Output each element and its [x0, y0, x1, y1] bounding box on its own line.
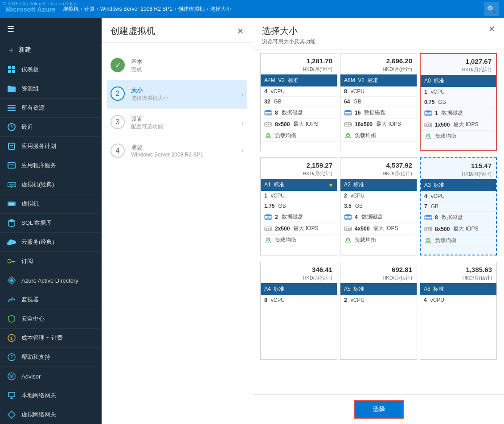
sidebar-item-subscription[interactable]: 订阅	[0, 252, 102, 271]
new-button[interactable]: ＋ 新建	[0, 40, 102, 60]
vm-grid: 1,281.70HKD/月(估计) A4M_V2 标准 4 vCPU 32 GB…	[260, 53, 497, 360]
svg-point-44	[265, 113, 272, 115]
step-2-number: 2	[111, 86, 125, 101]
disk-icon-a2	[344, 214, 352, 220]
vm-iops-row-a1: 2x500 最大 IOPS	[261, 223, 337, 235]
bc-4[interactable]: 创建虚拟机	[178, 5, 205, 13]
svg-rect-20	[9, 203, 14, 205]
vm-card-a6[interactable]: 1,385.63HKD/月(估计) A6 标准 4 vCPU	[420, 262, 497, 360]
local-gw-icon	[7, 391, 16, 400]
svg-rect-14	[9, 165, 14, 165]
vm-name-bar-a8m-v2: A8M_V2 标准	[340, 74, 417, 86]
sidebar-item-vm-classic[interactable]: 虚拟机(经典)	[0, 175, 102, 194]
sidebar-item-recent[interactable]: 最近	[0, 118, 102, 137]
vm-disk-row-a4m-v2: 8 数据磁盘	[261, 107, 337, 119]
svg-point-43	[265, 110, 272, 112]
step-4-label: 摘要	[131, 144, 235, 152]
vm-name-bar-a2: A2 标准	[340, 179, 417, 191]
select-panel-close-button[interactable]: ✕	[488, 25, 495, 33]
vm-lb-row-a2: 负载均衡	[340, 235, 417, 246]
select-panel-subtitle: 浏览可用大小及其功能	[262, 38, 316, 45]
step-1-label: 基本	[131, 58, 244, 66]
cloud-icon	[7, 238, 16, 247]
sidebar-item-all-resources[interactable]: 所有资源	[0, 99, 102, 118]
vm-card-a2[interactable]: 4,537.92HKD/月(估计) A2 标准 2 vCPU 3.5 GB 4 …	[340, 157, 417, 255]
sidebar-item-monitor[interactable]: 监视器	[0, 290, 102, 309]
svg-rect-48	[270, 123, 271, 125]
breadcrumb: 虚拟机 › 计算 › Windows Server 2008 R2 SP1 › …	[63, 5, 481, 13]
sidebar: ☰ ＋ 新建 仪表板 资源组 所有资源 最近	[0, 18, 102, 424]
vm-card-a8m-v2[interactable]: 2,696.20HKD/月(估计) A8M_V2 标准 8 vCPU 64 GB…	[340, 53, 417, 151]
vm-card-a0[interactable]: 1,027.67HKD/月(估计) A0 标准 1 vCPU 0.75 GB 1…	[420, 53, 497, 151]
wizard-step-4[interactable]: 4 摘要 Windows Server 2008 R2 SP1 ›	[111, 137, 244, 164]
search-button[interactable]: 🔍	[484, 2, 499, 16]
sidebar-item-app-service[interactable]: 应用程序服务	[0, 156, 102, 175]
svg-rect-11	[10, 145, 13, 146]
lb-icon-a3	[424, 238, 432, 244]
lb-icon-a0	[424, 133, 432, 140]
monitor-icon	[7, 295, 16, 304]
step-3-sublabel: 配置可选功能	[131, 123, 235, 131]
sidebar-item-vm[interactable]: 虚拟机	[0, 194, 102, 214]
svg-rect-78	[270, 228, 271, 230]
vm-price-a5: 692.81HKD/月(估计)	[340, 262, 417, 283]
vm-grid-container: 1,281.70HKD/月(估计) A4M_V2 标准 4 vCPU 32 GB…	[253, 49, 504, 394]
vm-price-a2: 4,537.92HKD/月(估计)	[340, 158, 417, 179]
sidebar-item-sql[interactable]: SQL 数据库	[0, 214, 102, 233]
vm-card-a3[interactable]: 115.47HKD/月(估计) A3 标准 4 vCPU 7 GB 8 数据磁盘…	[420, 157, 497, 255]
hamburger-button[interactable]: ☰	[0, 18, 102, 40]
vm-vcpu-row-a2: 2 vCPU	[340, 191, 417, 201]
vm-card-a4m-v2[interactable]: 1,281.70HKD/月(估计) A4M_V2 标准 4 vCPU 32 GB…	[260, 53, 337, 151]
iops-icon-a8m-v2	[344, 121, 352, 128]
sidebar-label-advisor: Advisor	[21, 373, 41, 380]
disk-icon-a1	[264, 214, 272, 220]
sidebar-label-sql: SQL 数据库	[21, 219, 52, 227]
sidebar-item-help[interactable]: ? 帮助和支持	[0, 348, 102, 367]
svg-rect-87	[348, 228, 349, 230]
sidebar-item-resource-group[interactable]: 资源组	[0, 79, 102, 99]
vm-card-a1[interactable]: 2,159.27HKD/月(估计) A1 标准 ★ 1 vCPU 1.75 GB…	[260, 157, 337, 255]
bc-5[interactable]: 选择大小	[210, 5, 231, 13]
sidebar-item-security[interactable]: 安全中心	[0, 309, 102, 329]
sidebar-item-vnet-gw[interactable]: 虚拟网络网关	[0, 405, 102, 424]
sidebar-label-vm-classic: 虚拟机(经典)	[21, 181, 54, 189]
vm-icon	[7, 199, 16, 208]
vm-vcpu-row-a0: 1 vCPU	[421, 87, 496, 97]
vm-disk-row-a1: 2 数据磁盘	[261, 211, 337, 223]
sidebar-item-local-gw[interactable]: 本地网络网关	[0, 386, 102, 405]
bc-3[interactable]: Windows Server 2008 R2 SP1	[100, 6, 172, 12]
sidebar-item-app-service-plan[interactable]: 应用服务计划	[0, 137, 102, 156]
sidebar-item-cost[interactable]: $ 成本管理 + 计费	[0, 329, 102, 348]
svg-text:?: ?	[11, 355, 13, 360]
sidebar-item-cloud-classic[interactable]: 云服务(经典)	[0, 233, 102, 252]
step-1-sublabel: 完成	[131, 66, 244, 74]
wizard-steps: ✓ 基本 完成 2 大小 选择虚拟机大小 ›	[102, 43, 253, 424]
wizard-step-1[interactable]: ✓ 基本 完成	[111, 52, 244, 80]
vm-card-a5[interactable]: 692.81HKD/月(估计) A5 标准 2 vCPU	[340, 262, 417, 360]
sidebar-label-subscription: 订阅	[21, 257, 33, 265]
sidebar-item-dashboard[interactable]: 仪表板	[0, 60, 102, 79]
vm-price-a1: 2,159.27HKD/月(估计)	[261, 158, 337, 179]
disk-icon-a0	[424, 110, 432, 116]
select-button[interactable]: 选择	[354, 400, 404, 419]
step-3-info: 设置 配置可选功能	[131, 115, 235, 131]
vm-vcpu-row-a6: 4 vCPU	[420, 295, 496, 305]
svg-rect-1	[12, 66, 15, 69]
svg-rect-57	[348, 123, 349, 125]
vm-price-a6: 1,385.63HKD/月(估计)	[420, 262, 496, 283]
list-icon	[7, 103, 16, 112]
create-panel-close-button[interactable]: ✕	[237, 27, 244, 35]
vm-name-bar-a4: A4 标准	[261, 283, 337, 295]
wizard-step-2[interactable]: 2 大小 选择虚拟机大小 ›	[107, 80, 247, 109]
svg-rect-68	[430, 124, 431, 126]
wizard-step-3[interactable]: 3 设置 配置可选功能 ›	[111, 109, 244, 137]
iops-icon-a3	[424, 226, 432, 232]
vm-name-bar-a0: A0 标准	[421, 75, 496, 87]
bc-2[interactable]: 计算	[84, 5, 95, 13]
sidebar-item-advisor[interactable]: Advisor	[0, 367, 102, 386]
step-2-sublabel: 选择虚拟机大小	[131, 95, 235, 102]
sidebar-item-aad[interactable]: Azure Active Directory	[0, 271, 102, 290]
sidebar-label-security: 安全中心	[21, 315, 45, 323]
vm-name-bar-a3: A3 标准	[421, 179, 496, 191]
vm-card-a4[interactable]: 346.41HKD/月(估计) A4 标准 8 vCPU	[260, 262, 337, 360]
